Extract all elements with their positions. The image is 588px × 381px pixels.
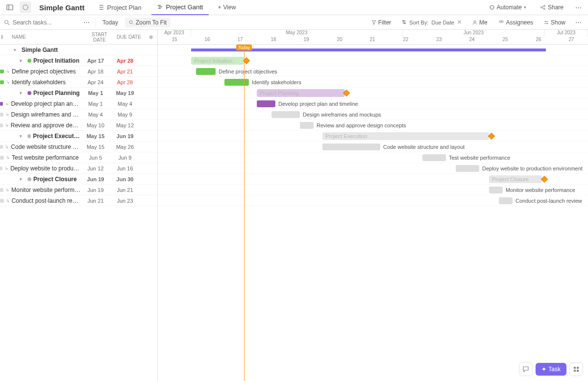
gantt-bar-label: Code website structure and layout — [383, 144, 465, 150]
due-date[interactable]: May 12 — [110, 122, 140, 128]
sidebar-toggle-icon[interactable] — [4, 1, 16, 13]
task-row[interactable]: ↳Monitor website performanceJun 19Jun 21 — [0, 185, 157, 195]
toggle-icon[interactable]: ▾ — [20, 91, 25, 95]
more-options-icon[interactable]: ⋯ — [572, 17, 584, 28]
gantt-task-bar[interactable]: Review and approve design concepts — [300, 122, 314, 129]
gantt-task-bar[interactable]: Monitor website performance — [489, 187, 503, 193]
apps-icon[interactable] — [569, 362, 583, 376]
gantt-task-bar[interactable]: Identify stakeholders — [224, 79, 249, 86]
zoom-button[interactable]: Zoom To Fit — [125, 18, 171, 27]
task-row[interactable]: ↳Define project objectivesApr 18Apr 21 — [0, 66, 157, 77]
start-date[interactable]: Jun 19 — [81, 176, 110, 182]
today-button[interactable]: Today — [98, 18, 122, 27]
gantt-task-bar[interactable]: Develop project plan and timeline — [257, 100, 275, 107]
more-icon[interactable]: ⋯ — [572, 1, 584, 13]
toggle-icon[interactable]: ▾ — [14, 48, 20, 52]
group-row[interactable]: ▾Simple Gantt — [0, 45, 157, 55]
start-date[interactable]: May 4 — [81, 112, 110, 118]
start-date[interactable]: Apr 24 — [81, 79, 110, 85]
gantt-task-bar[interactable]: Conduct post-launch review — [499, 197, 513, 204]
due-date[interactable]: Jun 23 — [110, 198, 140, 204]
due-date[interactable]: Jun 9 — [110, 155, 140, 161]
gantt-task-bar[interactable]: Code website structure and layout — [322, 143, 380, 150]
group-row[interactable]: ▾Project ClosureJun 19Jun 30 — [0, 174, 157, 185]
due-date[interactable]: May 26 — [110, 144, 140, 150]
due-date[interactable]: May 19 — [110, 90, 140, 96]
me-button[interactable]: Me — [468, 18, 491, 27]
filter-icon — [371, 20, 376, 25]
task-row[interactable]: ↳Identify stakeholdersApr 24Apr 28 — [0, 77, 157, 88]
column-due[interactable]: Due Date — [114, 34, 144, 40]
group-row[interactable]: ▾Project PlanningMay 1May 19 — [0, 88, 157, 98]
show-button[interactable]: Show — [540, 18, 569, 27]
start-date[interactable]: Apr 17 — [81, 58, 110, 64]
gantt-task-bar[interactable]: Deploy website to production environment — [456, 165, 479, 172]
sort-chip[interactable]: ⇅ Sort By: Due Date ✕ — [398, 18, 466, 27]
start-date[interactable]: May 15 — [81, 144, 110, 150]
due-date[interactable]: May 9 — [110, 112, 140, 118]
task-row[interactable]: ↳Test website performanceJun 5Jun 9 — [0, 152, 157, 163]
gantt-group-bar[interactable]: Project Execution — [322, 132, 489, 140]
due-date[interactable]: Apr 21 — [110, 69, 140, 74]
chat-icon[interactable] — [519, 362, 533, 376]
start-date[interactable]: May 1 — [81, 101, 110, 107]
search-box[interactable] — [4, 19, 77, 26]
gantt-group-bar[interactable]: Project Initiation — [191, 57, 244, 65]
gantt-group-bar[interactable]: Project Planning — [257, 89, 345, 97]
task-row[interactable]: ↳Code website structure and layoutMay 15… — [0, 142, 157, 152]
gantt-bar-label: Review and approve design concepts — [317, 122, 406, 128]
gantt-task-bar[interactable]: Define project objectives — [196, 68, 216, 75]
due-date[interactable]: Apr 28 — [110, 58, 140, 64]
milestone-diamond-icon[interactable] — [541, 176, 548, 183]
start-date[interactable]: Jun 19 — [81, 187, 110, 193]
automate-button[interactable]: Automate ▾ — [484, 2, 531, 13]
clear-sort-icon[interactable]: ✕ — [457, 19, 462, 25]
task-star-icon: ✦ — [541, 366, 546, 373]
search-input[interactable] — [13, 19, 67, 26]
start-date[interactable]: Jun 21 — [81, 198, 110, 204]
start-date[interactable]: May 10 — [81, 122, 110, 128]
add-view-button[interactable]: + View — [213, 2, 241, 13]
task-row[interactable]: ↳Deploy website to production environmen… — [0, 163, 157, 174]
task-row[interactable]: ↳Design wireframes and mockupsMay 4May 9 — [0, 109, 157, 120]
due-date[interactable]: May 4 — [110, 101, 140, 107]
due-date[interactable]: Jun 30 — [110, 176, 140, 182]
group-row[interactable]: ▾Project InitiationApr 17Apr 28 — [0, 55, 157, 66]
task-row[interactable]: ↳Develop project plan and timelineMay 1M… — [0, 98, 157, 109]
tab-project-plan[interactable]: Project Plan — [93, 0, 147, 15]
group-row[interactable]: ▾Project ExecutionMay 15Jun 19 — [0, 131, 157, 142]
start-date[interactable]: Apr 18 — [81, 69, 110, 74]
new-task-button[interactable]: ✦ Task — [536, 363, 566, 376]
list-icon — [98, 4, 104, 10]
gantt-task-bar[interactable]: Test website performance — [422, 154, 446, 161]
toggle-icon[interactable]: ▾ — [20, 134, 25, 139]
due-date[interactable]: Jun 19 — [110, 133, 140, 139]
start-date[interactable]: Jun 5 — [81, 155, 110, 161]
due-date[interactable]: Apr 28 — [110, 79, 140, 85]
status-square — [0, 70, 4, 73]
add-column-button[interactable]: ⊕ — [144, 34, 158, 40]
column-name[interactable]: NAME — [4, 34, 85, 40]
gantt-task-bar[interactable]: Design wireframes and mockups — [271, 111, 300, 118]
task-row[interactable]: ↳Conduct post-launch reviewJun 21Jun 23 — [0, 195, 157, 206]
start-date[interactable]: May 1 — [81, 90, 110, 96]
column-start[interactable]: Start Date — [85, 32, 114, 43]
expand-collapse-icon[interactable]: ⇕ — [0, 34, 4, 40]
toggle-icon[interactable]: ▾ — [20, 58, 25, 63]
due-date[interactable]: Jun 16 — [110, 166, 140, 171]
toggle-icon[interactable]: ▾ — [20, 177, 25, 182]
search-options-icon[interactable]: ⋯ — [80, 17, 92, 28]
assignees-button[interactable]: Assignees — [494, 18, 537, 27]
milestone-diamond-icon[interactable] — [488, 133, 495, 140]
app-icon[interactable] — [20, 1, 31, 13]
share-button[interactable]: Share — [535, 2, 568, 13]
tab-project-gantt[interactable]: Project Gantt — [151, 0, 209, 15]
start-date[interactable]: May 15 — [81, 133, 110, 139]
start-date[interactable]: Jun 12 — [81, 166, 110, 171]
timeline-tick: 17 — [233, 37, 247, 42]
due-date[interactable]: Jun 21 — [110, 187, 140, 193]
task-row[interactable]: ↳Review and approve design conceptsMay 1… — [0, 120, 157, 131]
filter-button[interactable]: Filter — [368, 18, 395, 27]
task-name: Test website performance — [12, 154, 79, 161]
gantt-group-bar[interactable]: Project Closure — [489, 175, 542, 183]
